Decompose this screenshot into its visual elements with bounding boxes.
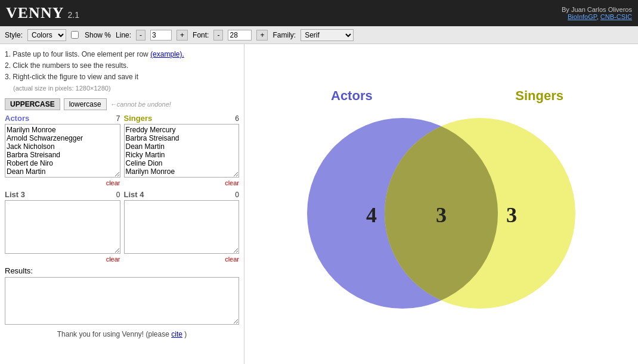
family-select[interactable]: Serif Sans-Serif Monospace xyxy=(301,29,354,41)
list2-clear[interactable]: clear xyxy=(124,179,240,186)
main-content: 1. Paste up to four lists. One element p… xyxy=(0,44,638,364)
show-percent-label: Show % xyxy=(85,31,111,39)
line-label: Line: xyxy=(116,31,131,39)
list2-header: Singers 6 xyxy=(124,114,240,123)
list1-name: Actors xyxy=(5,114,114,123)
font-input[interactable] xyxy=(228,30,252,41)
case-buttons: UPPERCASE lowercase ←cannot be undone! xyxy=(5,98,239,110)
venn-diagram: Actors Singers 4 xyxy=(283,76,599,332)
line-input[interactable] xyxy=(150,30,172,41)
show-percent-checkbox[interactable] xyxy=(71,31,79,39)
family-label: Family: xyxy=(272,31,296,39)
venn-svg: 4 3 3 xyxy=(283,109,599,323)
example-link[interactable]: (example). xyxy=(150,50,184,58)
footer-text: Thank you for using Venny! (please cite … xyxy=(5,330,239,338)
venn-num-center[interactable]: 3 xyxy=(436,203,447,227)
venn-label-actors: Actors xyxy=(331,88,373,104)
results-label: Results: xyxy=(5,266,239,275)
instructions: 1. Paste up to four lists. One element p… xyxy=(5,49,239,94)
left-panel: 1. Paste up to four lists. One element p… xyxy=(0,44,244,364)
uppercase-button[interactable]: UPPERCASE xyxy=(5,98,60,110)
list4-textarea[interactable] xyxy=(124,200,240,254)
venn-label-singers: Singers xyxy=(515,88,563,104)
results-textarea[interactable] xyxy=(5,277,239,325)
list1-count: 7 xyxy=(116,114,120,123)
lists-grid: Actors 7 Marilyn Monroe Arnold Schwarzen… xyxy=(5,114,239,263)
list3-header: List 3 0 xyxy=(5,190,120,199)
list2-box: Singers 6 Freddy Mercury Barbra Streisan… xyxy=(124,114,240,186)
font-label: Font: xyxy=(193,31,209,39)
list4-header: List 4 0 xyxy=(124,190,240,199)
line-minus-button[interactable]: - xyxy=(136,30,145,41)
list1-clear[interactable]: clear xyxy=(5,179,120,186)
list3-name: List 3 xyxy=(5,190,114,199)
list4-box: List 4 0 clear xyxy=(124,190,240,263)
line-plus-button[interactable]: + xyxy=(176,30,188,41)
font-minus-button[interactable]: - xyxy=(213,30,223,41)
list4-clear[interactable]: clear xyxy=(124,256,240,263)
list3-textarea[interactable] xyxy=(5,200,120,254)
font-plus-button[interactable]: + xyxy=(256,30,268,41)
right-panel: Actors Singers 4 xyxy=(244,44,638,364)
app-header: VENNY 2.1 By Juan Carlos Oliveros BioInf… xyxy=(0,0,638,26)
venn-num-left[interactable]: 4 xyxy=(366,203,377,227)
list3-count: 0 xyxy=(116,191,120,199)
style-label: Style: xyxy=(5,31,23,39)
list1-box: Actors 7 Marilyn Monroe Arnold Schwarzen… xyxy=(5,114,120,186)
list2-count: 6 xyxy=(235,114,239,123)
list4-count: 0 xyxy=(235,191,239,199)
cnb-csic-link[interactable]: CNB-CSIC xyxy=(600,13,632,20)
list2-name: Singers xyxy=(124,114,233,123)
toolbar: Style: Colors BW Outline Show % Line: - … xyxy=(0,26,638,44)
case-warn: ←cannot be undone! xyxy=(110,101,171,108)
list1-textarea[interactable]: Marilyn Monroe Arnold Schwarzenegger Jac… xyxy=(5,124,120,178)
results-section: Results: xyxy=(5,266,239,326)
lowercase-button[interactable]: lowercase xyxy=(64,98,107,110)
list3-clear[interactable]: clear xyxy=(5,256,120,263)
bioinfoGP-link[interactable]: BioInfoGP xyxy=(568,13,597,20)
list1-header: Actors 7 xyxy=(5,114,120,123)
style-select[interactable]: Colors BW Outline xyxy=(27,29,66,41)
list4-name: List 4 xyxy=(124,190,233,199)
app-title: VENNY 2.1 xyxy=(6,4,79,22)
venn-num-right[interactable]: 3 xyxy=(506,203,517,227)
cite-link[interactable]: cite xyxy=(171,330,182,338)
app-info: By Juan Carlos Oliveros BioInfoGP, CNB-C… xyxy=(562,6,632,20)
list2-textarea[interactable]: Freddy Mercury Barbra Streisand Dean Mar… xyxy=(124,124,240,178)
list3-box: List 3 0 clear xyxy=(5,190,120,263)
